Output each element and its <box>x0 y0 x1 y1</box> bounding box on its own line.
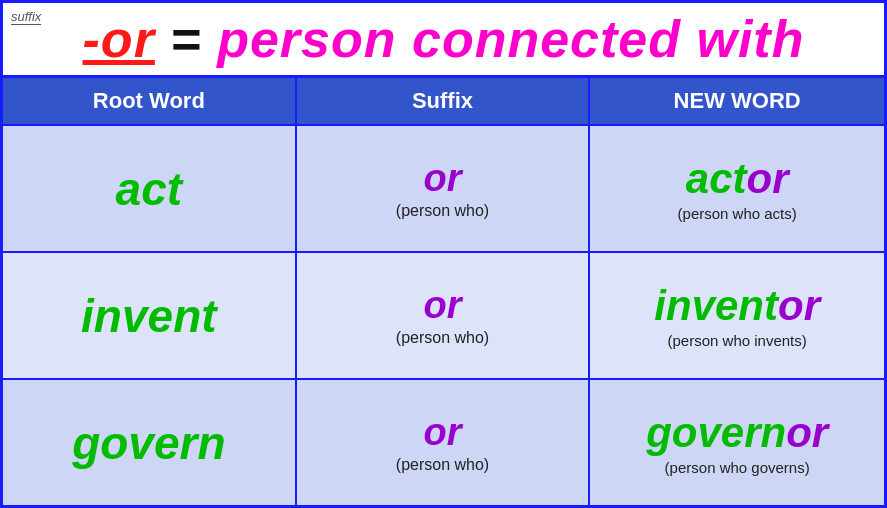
new-word-line-1: inventor <box>654 282 820 330</box>
table-row: invent or (person who) inventor (person … <box>3 251 884 378</box>
new-word-desc-2: (person who governs) <box>665 459 810 476</box>
table: Root Word Suffix NEW WORD act or (person… <box>3 78 884 505</box>
suffix-desc-1: (person who) <box>396 329 489 347</box>
table-row: act or (person who) actor (person who ac… <box>3 124 884 251</box>
cell-new-word-1: inventor (person who invents) <box>590 253 884 378</box>
title: -or = person connected with <box>13 9 874 69</box>
new-word-line-2: governor <box>646 409 828 457</box>
col-header-new-word: NEW WORD <box>590 78 884 124</box>
cell-suffix-0: or (person who) <box>297 126 591 251</box>
suffix-or-2: or <box>423 411 461 454</box>
cell-new-word-2: governor (person who governs) <box>590 380 884 505</box>
root-word-0: act <box>116 162 182 216</box>
new-word-desc-0: (person who acts) <box>678 205 797 222</box>
logo: suffix <box>11 9 41 25</box>
root-word-1: invent <box>81 289 216 343</box>
table-rows: act or (person who) actor (person who ac… <box>3 124 884 505</box>
title-equals: = <box>170 10 217 68</box>
new-word-desc-1: (person who invents) <box>668 332 807 349</box>
title-prefix: -or <box>83 10 155 68</box>
col-header-suffix: Suffix <box>297 78 591 124</box>
cell-root-0: act <box>3 126 297 251</box>
new-word-root-1: invent <box>654 282 778 330</box>
title-meaning: person connected with <box>217 10 804 68</box>
suffix-or-0: or <box>423 157 461 200</box>
cell-root-1: invent <box>3 253 297 378</box>
new-word-suffix-0: or <box>747 155 789 203</box>
suffix-or-1: or <box>423 284 461 327</box>
cell-suffix-1: or (person who) <box>297 253 591 378</box>
main-container: suffix -or = person connected with Root … <box>0 0 887 508</box>
header: suffix -or = person connected with <box>3 3 884 78</box>
new-word-suffix-1: or <box>778 282 820 330</box>
new-word-root-0: act <box>686 155 747 203</box>
new-word-suffix-2: or <box>786 409 828 457</box>
root-word-2: govern <box>72 416 225 470</box>
new-word-root-2: govern <box>646 409 786 457</box>
cell-suffix-2: or (person who) <box>297 380 591 505</box>
suffix-desc-0: (person who) <box>396 202 489 220</box>
column-headers: Root Word Suffix NEW WORD <box>3 78 884 124</box>
suffix-desc-2: (person who) <box>396 456 489 474</box>
table-row: govern or (person who) governor (person … <box>3 378 884 505</box>
cell-root-2: govern <box>3 380 297 505</box>
cell-new-word-0: actor (person who acts) <box>590 126 884 251</box>
col-header-root: Root Word <box>3 78 297 124</box>
new-word-line-0: actor <box>686 155 789 203</box>
